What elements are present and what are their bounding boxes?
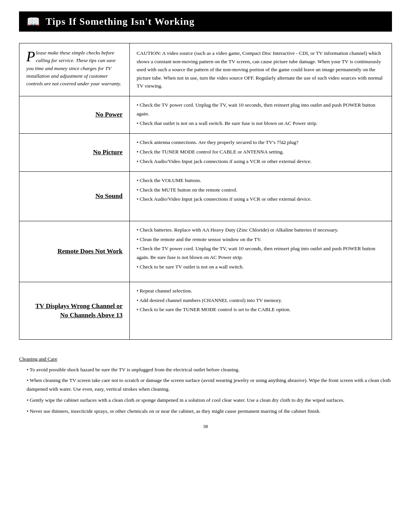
no-power-row: No Power Check the TV power cord. Unplug… (19, 96, 392, 134)
page-title: Tips If Something Isn't Working (46, 16, 194, 27)
no-picture-row: No Picture Check antenna connections. Ar… (19, 134, 392, 172)
main-content-box: Please make these simple checks before c… (19, 43, 392, 340)
book-icon: 📖 (27, 15, 40, 28)
list-item: Check Audio/Video Input jack connections… (137, 157, 385, 166)
list-item: Check the TUNER MODE control for CABLE o… (137, 148, 385, 157)
page-header: 📖 Tips If Something Isn't Working (19, 11, 392, 32)
list-item: Check the TV power cord. Unplug the TV, … (137, 244, 385, 262)
list-item: Check Audio/Video Input jack connections… (137, 195, 385, 204)
intro-text: lease make these simple checks before ca… (26, 50, 121, 86)
page-number: 38 (19, 423, 392, 430)
list-item: Check the VOLUME buttons. (137, 176, 385, 185)
remote-solutions: Check batteries. Replace with AA Heavy D… (130, 221, 392, 282)
list-item: Check batteries. Replace with AA Heavy D… (137, 226, 385, 235)
cleaning-title: Cleaning and Care (19, 355, 392, 364)
list-item: When cleaning the TV screen take care no… (27, 376, 392, 394)
no-sound-label: No Sound (19, 172, 130, 221)
cleaning-section: Cleaning and Care To avoid possible shoc… (19, 351, 392, 416)
intro-box: Please make these simple checks before c… (19, 43, 130, 96)
list-item: Check the TV power cord. Unplug the TV, … (137, 101, 385, 118)
remote-label: Remote Does Not Work (19, 221, 130, 282)
list-item: Gently wipe the cabinet surfaces with a … (27, 396, 392, 405)
remote-row: Remote Does Not Work Check batteries. Re… (19, 221, 392, 282)
drop-cap: P (26, 51, 35, 62)
tv-displays-label: TV Displays Wrong Channel or No Channels… (19, 282, 130, 339)
list-item: Repeat channel selection. (137, 287, 385, 296)
list-item: To avoid possible shock hazard be sure t… (27, 366, 392, 374)
no-picture-solutions: Check antenna connections. Are they prop… (130, 134, 392, 171)
tv-displays-solutions: Repeat channel selection. Add desired ch… (130, 282, 392, 339)
list-item: Check the MUTE button on the remote cont… (137, 186, 385, 195)
list-item: Clean the remote and the remote sensor w… (137, 235, 385, 244)
no-sound-row: No Sound Check the VOLUME buttons. Check… (19, 172, 392, 221)
list-item: Add desired channel numbers (CHANNEL con… (137, 296, 385, 305)
list-item: Never use thinners, insecticide sprays, … (27, 407, 392, 416)
no-power-solutions: Check the TV power cord. Unplug the TV, … (130, 96, 392, 133)
cleaning-list: To avoid possible shock hazard be sure t… (19, 366, 392, 416)
caution-text: CAUTION: A video source (such as a video… (130, 43, 392, 96)
list-item: Check to be sure TV outlet is not on a w… (137, 263, 385, 272)
list-item: Check that outlet is not on a wall switc… (137, 119, 385, 128)
no-power-label: No Power (19, 96, 130, 133)
list-item: Check antenna connections. Are they prop… (137, 138, 385, 147)
no-sound-solutions: Check the VOLUME buttons. Check the MUTE… (130, 172, 392, 221)
list-item: Check to be sure the TUNER MODE control … (137, 305, 385, 314)
caution-row: Please make these simple checks before c… (19, 43, 392, 96)
tv-displays-row: TV Displays Wrong Channel or No Channels… (19, 282, 392, 339)
no-picture-label: No Picture (19, 134, 130, 171)
